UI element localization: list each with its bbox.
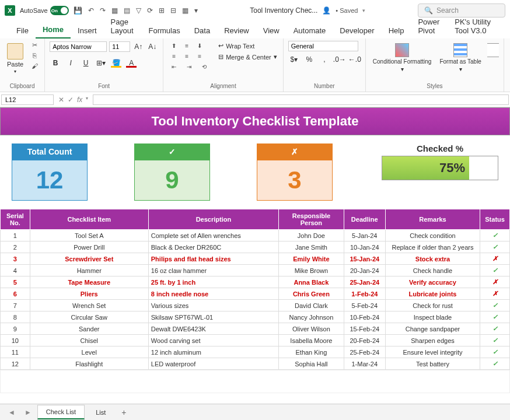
- align-bottom-icon[interactable]: ⬇: [194, 41, 205, 50]
- cell-item[interactable]: Wrench Set: [30, 300, 148, 312]
- outdent-icon[interactable]: ⇤: [168, 62, 180, 71]
- qat-icon[interactable]: ▽: [136, 6, 141, 15]
- cell-person[interactable]: Isabella Moore: [279, 335, 344, 346]
- cell-status[interactable]: ✓: [480, 335, 510, 346]
- fx-icon[interactable]: fx: [77, 96, 82, 104]
- indent-icon[interactable]: ⇥: [183, 62, 195, 71]
- cell-serial[interactable]: 1: [1, 230, 30, 242]
- cell-deadline[interactable]: 1-Feb-24: [344, 288, 385, 300]
- cell-item[interactable]: Pliers: [30, 288, 148, 300]
- qat-icon[interactable]: ⟳: [147, 6, 153, 15]
- tab-home[interactable]: Home: [36, 22, 71, 38]
- tab-insert[interactable]: Insert: [71, 23, 104, 38]
- cell-person[interactable]: Anna Black: [279, 276, 344, 288]
- redo-icon[interactable]: ↷: [100, 6, 106, 15]
- table-row[interactable]: 4Hammer16 oz claw hammerMike Brown20-Jan…: [1, 265, 510, 276]
- cell-person[interactable]: Nancy Johnson: [279, 312, 344, 323]
- cell-person[interactable]: Emily White: [279, 253, 344, 265]
- cell-remarks[interactable]: Stock extra: [385, 253, 480, 265]
- italic-button[interactable]: I: [65, 57, 76, 69]
- autosave-toggle[interactable]: AutoSave On: [20, 6, 69, 15]
- cell-deadline[interactable]: 20-Feb-24: [344, 335, 385, 346]
- cell-serial[interactable]: 5: [1, 276, 30, 288]
- col-desc[interactable]: Description: [148, 209, 278, 230]
- qat-icon[interactable]: ▤: [124, 6, 130, 15]
- name-box[interactable]: [1, 94, 54, 105]
- col-remarks[interactable]: Remarks: [385, 209, 480, 230]
- cell-remarks[interactable]: Test battery: [385, 358, 480, 370]
- align-left-icon[interactable]: ≡: [168, 51, 180, 61]
- table-row[interactable]: 2Power DrillBlack & Decker DR260CJane Sm…: [1, 242, 510, 253]
- cut-icon[interactable]: ✂: [29, 41, 40, 49]
- align-middle-icon[interactable]: ≡: [181, 41, 193, 50]
- merge-center-button[interactable]: ⊟Merge & Center ▾: [217, 52, 278, 62]
- qat-icon[interactable]: ⊞: [159, 6, 165, 15]
- tab-file[interactable]: File: [9, 23, 36, 38]
- cell-desc[interactable]: LED waterproof: [148, 358, 278, 370]
- cell-serial[interactable]: 2: [1, 242, 30, 253]
- table-row[interactable]: 6Pliers8 inch needle noseChris Green1-Fe…: [1, 288, 510, 300]
- cell-desc[interactable]: 16 oz claw hammer: [148, 265, 278, 276]
- cell-item[interactable]: Flashlight: [30, 358, 148, 370]
- save-icon[interactable]: 💾: [74, 6, 82, 15]
- cell-item[interactable]: Sander: [30, 323, 148, 335]
- cell-remarks[interactable]: Sharpen edges: [385, 335, 480, 346]
- font-size-select[interactable]: [109, 41, 130, 52]
- currency-icon[interactable]: $▾: [288, 54, 300, 65]
- cell-desc[interactable]: 8 inch needle nose: [148, 288, 278, 300]
- table-row[interactable]: 5Tape Measure25 ft. by 1 inchAnna Black2…: [1, 276, 510, 288]
- font-color-button[interactable]: A: [125, 57, 137, 69]
- qat-icon[interactable]: ⊟: [170, 6, 176, 15]
- checklist-table[interactable]: Serial No. Checklist Item Description Re…: [0, 209, 510, 370]
- chevron-down-icon[interactable]: ▾: [86, 96, 88, 104]
- table-row[interactable]: 12FlashlightLED waterproofSophia Hall1-M…: [1, 358, 510, 370]
- align-right-icon[interactable]: ≡: [194, 51, 205, 61]
- col-item[interactable]: Checklist Item: [30, 209, 148, 230]
- copy-icon[interactable]: ⎘: [29, 51, 40, 60]
- cell-person[interactable]: Ethan King: [279, 346, 344, 358]
- cell-item[interactable]: Power Drill: [30, 242, 148, 253]
- border-button[interactable]: ⊞▾: [95, 57, 107, 69]
- undo-icon[interactable]: ↶: [88, 6, 94, 15]
- cell-deadline[interactable]: 25-Feb-24: [344, 346, 385, 358]
- cell-person[interactable]: David Clark: [279, 300, 344, 312]
- increase-decimal-icon[interactable]: .0→: [334, 54, 345, 65]
- cell-status[interactable]: ✓: [480, 242, 510, 253]
- user-icon[interactable]: 👤: [322, 6, 331, 15]
- tab-view[interactable]: View: [256, 23, 287, 38]
- cell-remarks[interactable]: Check for rust: [385, 300, 480, 312]
- cell-deadline[interactable]: 15-Jan-24: [344, 253, 385, 265]
- qat-icon[interactable]: ▦: [111, 6, 118, 15]
- cell-serial[interactable]: 9: [1, 323, 30, 335]
- cell-serial[interactable]: 6: [1, 288, 30, 300]
- toggle-switch[interactable]: On: [50, 6, 69, 15]
- bold-button[interactable]: B: [50, 57, 61, 69]
- cell-deadline[interactable]: 15-Feb-24: [344, 323, 385, 335]
- cell-status[interactable]: ✓: [480, 312, 510, 323]
- table-row[interactable]: 9SanderDewalt DWE6423KOliver Wilson15-Fe…: [1, 323, 510, 335]
- col-person[interactable]: Responsible Person: [279, 209, 344, 230]
- decrease-decimal-icon[interactable]: ←.0: [349, 54, 361, 65]
- cell-status[interactable]: ✓: [480, 300, 510, 312]
- cancel-formula-icon[interactable]: ✕: [58, 96, 64, 104]
- qat-icon[interactable]: ▾: [194, 6, 198, 15]
- cell-serial[interactable]: 7: [1, 300, 30, 312]
- fill-color-button[interactable]: 🪣: [110, 57, 122, 69]
- tab-power-pivot[interactable]: Power Pivot: [411, 14, 448, 38]
- tab-automate[interactable]: Automate: [287, 23, 333, 38]
- cell-item[interactable]: Level: [30, 346, 148, 358]
- cell-status[interactable]: ✓: [480, 265, 510, 276]
- table-row[interactable]: 11Level12 inch aluminumEthan King25-Feb-…: [1, 346, 510, 358]
- cell-person[interactable]: Chris Green: [279, 288, 344, 300]
- cell-remarks[interactable]: Lubricate joints: [385, 288, 480, 300]
- cell-remarks[interactable]: Inspect blade: [385, 312, 480, 323]
- cell-serial[interactable]: 11: [1, 346, 30, 358]
- conditional-formatting-button[interactable]: Conditional Formatting ▾: [371, 41, 434, 75]
- col-status[interactable]: Status: [480, 209, 510, 230]
- cell-remarks[interactable]: Check condition: [385, 230, 480, 242]
- qat-icon[interactable]: ▦: [182, 6, 188, 15]
- cell-deadline[interactable]: 10-Jan-24: [344, 242, 385, 253]
- cell-item[interactable]: Circular Saw: [30, 312, 148, 323]
- cell-person[interactable]: Jane Smith: [279, 242, 344, 253]
- cell-remarks[interactable]: Ensure level integrity: [385, 346, 480, 358]
